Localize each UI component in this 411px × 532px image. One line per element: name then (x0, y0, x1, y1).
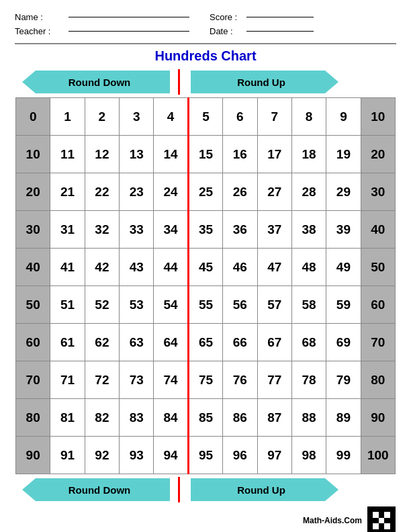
bottom-arrow-left: Round Down (15, 477, 177, 502)
teacher-label: Teacher : (15, 26, 68, 36)
table-cell: 4 (154, 98, 188, 136)
table-cell: 0 (16, 98, 50, 136)
table-cell: 10 (361, 98, 395, 136)
teacher-line (68, 31, 189, 32)
table-cell: 44 (154, 249, 188, 286)
table-cell: 68 (291, 324, 326, 361)
table-cell: 1 (50, 98, 85, 136)
score-label: Score : (210, 12, 246, 22)
date-group: Date : (210, 26, 314, 36)
top-red-divider (178, 69, 180, 95)
table-cell: 96 (223, 437, 257, 474)
table-cell: 75 (188, 361, 222, 399)
table-cell: 26 (223, 173, 257, 211)
page: Name : Score : Teacher : Date : Hundreds… (0, 0, 411, 532)
bottom-round-down-arrow: Round Down (22, 478, 170, 501)
table-cell: 72 (85, 361, 119, 399)
table-cell: 9 (326, 98, 361, 136)
table-cell: 94 (154, 437, 188, 474)
footer: Math-Aids.Com (15, 506, 396, 532)
table-cell: 11 (50, 136, 85, 173)
table-cell: 60 (361, 286, 395, 324)
bottom-round-up-label: Round Up (237, 484, 285, 496)
qr-code (367, 506, 396, 532)
table-cell: 78 (291, 361, 326, 399)
table-cell: 46 (223, 249, 257, 286)
table-cell: 60 (16, 324, 50, 361)
table-cell: 3 (120, 98, 154, 136)
top-arrows-row: Round Down Round Up (15, 69, 396, 95)
table-cell: 6 (223, 98, 257, 136)
table-cell: 31 (50, 211, 85, 249)
bottom-round-up-arrow: Round Up (191, 478, 338, 501)
table-cell: 35 (188, 211, 222, 249)
table-cell: 70 (361, 324, 395, 361)
table-cell: 34 (154, 211, 188, 249)
table-cell: 48 (291, 249, 326, 286)
bottom-round-down-label: Round Down (68, 484, 130, 496)
header: Name : Score : Teacher : Date : (15, 12, 396, 36)
table-cell: 50 (361, 249, 395, 286)
table-cell: 62 (85, 324, 119, 361)
table-cell: 12 (85, 136, 119, 173)
table-cell: 58 (291, 286, 326, 324)
table-cell: 18 (291, 136, 326, 173)
table-cell: 30 (16, 211, 50, 249)
name-row: Name : Score : (15, 12, 396, 22)
grid-container: 0123456789101011121314151617181920202122… (15, 97, 396, 474)
table-cell: 65 (188, 324, 222, 361)
top-arrow-right: Round Up (184, 69, 345, 95)
table-cell: 59 (326, 286, 361, 324)
table-cell: 70 (16, 361, 50, 399)
table-cell: 77 (257, 361, 291, 399)
table-cell: 20 (361, 136, 395, 173)
table-cell: 30 (361, 173, 395, 211)
table-cell: 89 (326, 399, 361, 437)
table-cell: 22 (85, 173, 119, 211)
table-cell: 36 (223, 211, 257, 249)
table-cell: 61 (50, 324, 85, 361)
table-cell: 100 (361, 437, 395, 474)
table-cell: 7 (257, 98, 291, 136)
table-cell: 99 (326, 437, 361, 474)
top-round-up-arrow: Round Up (191, 71, 338, 93)
table-cell: 2 (85, 98, 119, 136)
table-cell: 64 (154, 324, 188, 361)
table-cell: 25 (188, 173, 222, 211)
table-cell: 45 (188, 249, 222, 286)
table-cell: 21 (50, 173, 85, 211)
table-cell: 87 (257, 399, 291, 437)
table-cell: 32 (85, 211, 119, 249)
top-round-up-label: Round Up (237, 77, 285, 88)
teacher-row: Teacher : Date : (15, 26, 396, 36)
table-cell: 86 (223, 399, 257, 437)
table-cell: 17 (257, 136, 291, 173)
table-cell: 15 (188, 136, 222, 173)
table-cell: 79 (326, 361, 361, 399)
table-cell: 67 (257, 324, 291, 361)
bottom-arrows-row: Round Down Round Up (15, 477, 396, 502)
top-round-down-arrow: Round Down (22, 71, 170, 93)
table-cell: 33 (120, 211, 154, 249)
table-cell: 23 (120, 173, 154, 211)
table-cell: 85 (188, 399, 222, 437)
table-cell: 50 (16, 286, 50, 324)
table-cell: 38 (291, 211, 326, 249)
table-cell: 40 (16, 249, 50, 286)
name-line (68, 17, 189, 17)
table-cell: 97 (257, 437, 291, 474)
table-cell: 74 (154, 361, 188, 399)
table-cell: 71 (50, 361, 85, 399)
table-cell: 90 (16, 437, 50, 474)
table-cell: 43 (120, 249, 154, 286)
table-cell: 80 (16, 399, 50, 437)
score-line (246, 17, 314, 17)
table-cell: 82 (85, 399, 119, 437)
table-cell: 51 (50, 286, 85, 324)
table-cell: 95 (188, 437, 222, 474)
top-round-down-label: Round Down (68, 77, 130, 88)
table-cell: 37 (257, 211, 291, 249)
date-line (246, 31, 314, 32)
table-cell: 20 (16, 173, 50, 211)
table-cell: 49 (326, 249, 361, 286)
